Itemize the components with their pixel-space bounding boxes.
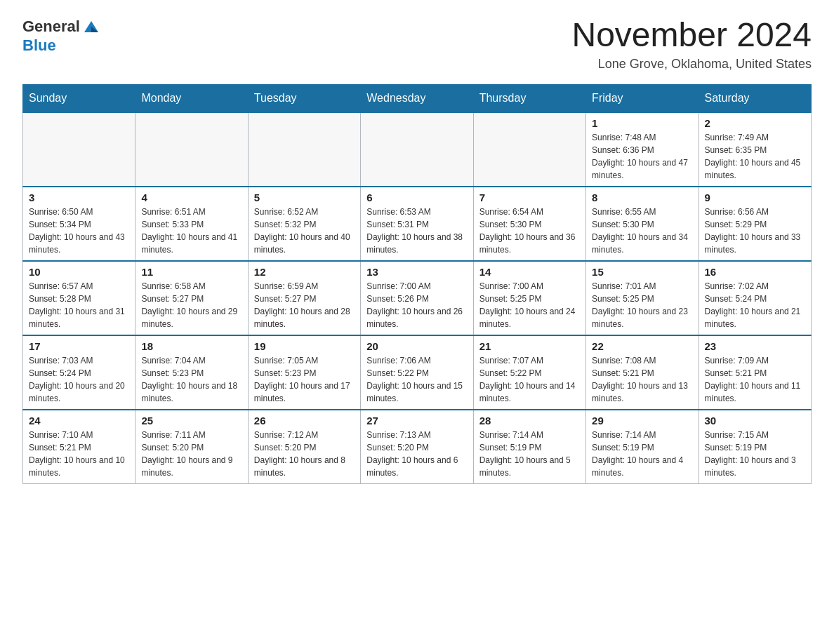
logo-text-blue: Blue bbox=[22, 36, 56, 55]
calendar-cell: 5Sunrise: 6:52 AMSunset: 5:32 PMDaylight… bbox=[248, 187, 360, 261]
day-number: 13 bbox=[366, 266, 467, 278]
day-number: 28 bbox=[479, 415, 580, 427]
calendar-header-tuesday: Tuesday bbox=[248, 84, 360, 112]
day-info: Sunrise: 7:02 AMSunset: 5:24 PMDaylight:… bbox=[705, 280, 805, 330]
day-number: 3 bbox=[29, 192, 129, 203]
day-info: Sunrise: 6:52 AMSunset: 5:32 PMDaylight:… bbox=[254, 206, 355, 256]
day-info: Sunrise: 7:12 AMSunset: 5:20 PMDaylight:… bbox=[254, 429, 355, 479]
calendar-week-row: 17Sunrise: 7:03 AMSunset: 5:24 PMDayligh… bbox=[23, 335, 812, 410]
day-number: 5 bbox=[254, 192, 355, 203]
calendar-cell: 4Sunrise: 6:51 AMSunset: 5:33 PMDaylight… bbox=[135, 187, 248, 261]
day-info: Sunrise: 6:53 AMSunset: 5:31 PMDaylight:… bbox=[366, 206, 467, 256]
day-info: Sunrise: 7:07 AMSunset: 5:22 PMDaylight:… bbox=[479, 354, 580, 405]
day-info: Sunrise: 7:03 AMSunset: 5:24 PMDaylight:… bbox=[29, 354, 129, 405]
day-info: Sunrise: 7:09 AMSunset: 5:21 PMDaylight:… bbox=[705, 354, 805, 405]
calendar-header-sunday: Sunday bbox=[23, 84, 135, 112]
calendar-cell: 12Sunrise: 6:59 AMSunset: 5:27 PMDayligh… bbox=[248, 261, 360, 335]
month-title: November 2024 bbox=[571, 17, 812, 54]
calendar-cell: 16Sunrise: 7:02 AMSunset: 5:24 PMDayligh… bbox=[699, 261, 811, 335]
logo: General Blue bbox=[22, 17, 101, 55]
calendar-table: SundayMondayTuesdayWednesdayThursdayFrid… bbox=[22, 84, 812, 484]
day-info: Sunrise: 7:13 AMSunset: 5:20 PMDaylight:… bbox=[366, 429, 467, 479]
day-info: Sunrise: 7:00 AMSunset: 5:26 PMDaylight:… bbox=[366, 280, 467, 330]
calendar-header-thursday: Thursday bbox=[473, 84, 585, 112]
title-block: November 2024 Lone Grove, Oklahoma, Unit… bbox=[571, 17, 812, 72]
calendar-cell: 26Sunrise: 7:12 AMSunset: 5:20 PMDayligh… bbox=[248, 410, 360, 484]
day-number: 23 bbox=[705, 340, 805, 352]
calendar-week-row: 1Sunrise: 7:48 AMSunset: 6:36 PMDaylight… bbox=[23, 112, 812, 187]
calendar-cell: 17Sunrise: 7:03 AMSunset: 5:24 PMDayligh… bbox=[23, 335, 135, 410]
logo-triangle-icon bbox=[81, 17, 101, 36]
day-number: 22 bbox=[592, 340, 692, 352]
day-number: 21 bbox=[479, 340, 580, 352]
day-info: Sunrise: 6:55 AMSunset: 5:30 PMDaylight:… bbox=[592, 206, 692, 256]
calendar-cell: 13Sunrise: 7:00 AMSunset: 5:26 PMDayligh… bbox=[361, 261, 473, 335]
day-number: 7 bbox=[479, 192, 580, 203]
day-number: 11 bbox=[141, 266, 241, 278]
day-info: Sunrise: 7:48 AMSunset: 6:36 PMDaylight:… bbox=[592, 131, 692, 182]
day-info: Sunrise: 7:06 AMSunset: 5:22 PMDaylight:… bbox=[366, 354, 467, 405]
day-number: 1 bbox=[592, 117, 692, 129]
day-number: 10 bbox=[29, 266, 129, 278]
day-info: Sunrise: 6:58 AMSunset: 5:27 PMDaylight:… bbox=[141, 280, 241, 330]
calendar-cell: 8Sunrise: 6:55 AMSunset: 5:30 PMDaylight… bbox=[586, 187, 699, 261]
day-info: Sunrise: 7:00 AMSunset: 5:25 PMDaylight:… bbox=[479, 280, 580, 330]
day-number: 6 bbox=[366, 192, 467, 203]
calendar-cell: 10Sunrise: 6:57 AMSunset: 5:28 PMDayligh… bbox=[23, 261, 135, 335]
day-info: Sunrise: 7:08 AMSunset: 5:21 PMDaylight:… bbox=[592, 354, 692, 405]
calendar-header-monday: Monday bbox=[135, 84, 248, 112]
day-number: 29 bbox=[592, 415, 692, 427]
day-number: 19 bbox=[254, 340, 355, 352]
calendar-week-row: 10Sunrise: 6:57 AMSunset: 5:28 PMDayligh… bbox=[23, 261, 812, 335]
calendar-cell: 29Sunrise: 7:14 AMSunset: 5:19 PMDayligh… bbox=[586, 410, 699, 484]
calendar-cell: 28Sunrise: 7:14 AMSunset: 5:19 PMDayligh… bbox=[473, 410, 585, 484]
logo-text-general: General bbox=[22, 18, 80, 36]
calendar-week-row: 24Sunrise: 7:10 AMSunset: 5:21 PMDayligh… bbox=[23, 410, 812, 484]
calendar-cell: 9Sunrise: 6:56 AMSunset: 5:29 PMDaylight… bbox=[699, 187, 811, 261]
calendar-header-friday: Friday bbox=[586, 84, 699, 112]
calendar-cell: 1Sunrise: 7:48 AMSunset: 6:36 PMDaylight… bbox=[586, 112, 699, 187]
calendar-cell: 23Sunrise: 7:09 AMSunset: 5:21 PMDayligh… bbox=[699, 335, 811, 410]
calendar-cell: 24Sunrise: 7:10 AMSunset: 5:21 PMDayligh… bbox=[23, 410, 135, 484]
calendar-cell bbox=[23, 112, 135, 187]
calendar-header-row: SundayMondayTuesdayWednesdayThursdayFrid… bbox=[23, 84, 812, 112]
day-number: 20 bbox=[366, 340, 467, 352]
day-info: Sunrise: 6:56 AMSunset: 5:29 PMDaylight:… bbox=[705, 206, 805, 256]
calendar-header-saturday: Saturday bbox=[699, 84, 811, 112]
day-number: 18 bbox=[141, 340, 241, 352]
day-info: Sunrise: 7:14 AMSunset: 5:19 PMDaylight:… bbox=[592, 429, 692, 479]
day-info: Sunrise: 7:15 AMSunset: 5:19 PMDaylight:… bbox=[705, 429, 805, 479]
day-info: Sunrise: 6:57 AMSunset: 5:28 PMDaylight:… bbox=[29, 280, 129, 330]
day-number: 30 bbox=[705, 415, 805, 427]
day-info: Sunrise: 7:14 AMSunset: 5:19 PMDaylight:… bbox=[479, 429, 580, 479]
calendar-cell: 21Sunrise: 7:07 AMSunset: 5:22 PMDayligh… bbox=[473, 335, 585, 410]
day-number: 14 bbox=[479, 266, 580, 278]
day-number: 27 bbox=[366, 415, 467, 427]
day-number: 26 bbox=[254, 415, 355, 427]
calendar-cell bbox=[473, 112, 585, 187]
calendar-cell bbox=[248, 112, 360, 187]
day-info: Sunrise: 7:05 AMSunset: 5:23 PMDaylight:… bbox=[254, 354, 355, 405]
calendar-cell bbox=[135, 112, 248, 187]
calendar-cell: 18Sunrise: 7:04 AMSunset: 5:23 PMDayligh… bbox=[135, 335, 248, 410]
day-info: Sunrise: 6:59 AMSunset: 5:27 PMDaylight:… bbox=[254, 280, 355, 330]
day-info: Sunrise: 6:51 AMSunset: 5:33 PMDaylight:… bbox=[141, 206, 241, 256]
day-info: Sunrise: 6:50 AMSunset: 5:34 PMDaylight:… bbox=[29, 206, 129, 256]
day-info: Sunrise: 6:54 AMSunset: 5:30 PMDaylight:… bbox=[479, 206, 580, 256]
day-number: 8 bbox=[592, 192, 692, 203]
calendar-cell: 7Sunrise: 6:54 AMSunset: 5:30 PMDaylight… bbox=[473, 187, 585, 261]
location-title: Lone Grove, Oklahoma, United States bbox=[571, 57, 812, 72]
calendar-cell: 15Sunrise: 7:01 AMSunset: 5:25 PMDayligh… bbox=[586, 261, 699, 335]
day-info: Sunrise: 7:01 AMSunset: 5:25 PMDaylight:… bbox=[592, 280, 692, 330]
day-info: Sunrise: 7:49 AMSunset: 6:35 PMDaylight:… bbox=[705, 131, 805, 182]
day-number: 24 bbox=[29, 415, 129, 427]
day-info: Sunrise: 7:11 AMSunset: 5:20 PMDaylight:… bbox=[141, 429, 241, 479]
calendar-header-wednesday: Wednesday bbox=[361, 84, 473, 112]
calendar-cell: 2Sunrise: 7:49 AMSunset: 6:35 PMDaylight… bbox=[699, 112, 811, 187]
calendar-cell: 27Sunrise: 7:13 AMSunset: 5:20 PMDayligh… bbox=[361, 410, 473, 484]
calendar-cell: 6Sunrise: 6:53 AMSunset: 5:31 PMDaylight… bbox=[361, 187, 473, 261]
day-number: 17 bbox=[29, 340, 129, 352]
calendar-cell: 19Sunrise: 7:05 AMSunset: 5:23 PMDayligh… bbox=[248, 335, 360, 410]
calendar-cell: 3Sunrise: 6:50 AMSunset: 5:34 PMDaylight… bbox=[23, 187, 135, 261]
day-info: Sunrise: 7:04 AMSunset: 5:23 PMDaylight:… bbox=[141, 354, 241, 405]
